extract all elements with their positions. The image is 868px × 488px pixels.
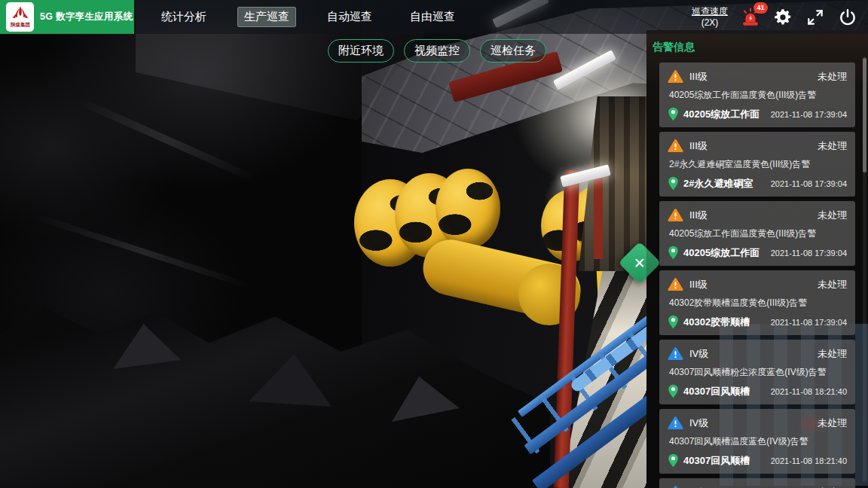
alert-time: 2021-11-08 18:21:40 xyxy=(771,387,847,396)
location-pin-icon xyxy=(668,384,679,398)
alert-status: 未处理 xyxy=(818,209,847,222)
alert-time: 2021-11-08 17:39:04 xyxy=(771,179,847,188)
company-logo: 陕煤集团 xyxy=(6,2,34,32)
alert-card-footer: 2#永久避难硐室 2021-11-08 17:39:04 xyxy=(668,176,847,191)
alert-status: 未处理 xyxy=(818,486,847,488)
warning-triangle-icon xyxy=(668,416,683,430)
nav-tab-3[interactable]: 自动巡查 xyxy=(320,7,379,27)
alert-panel: 告警信息 III级 未处理 40205综放工作面温度黄色(III级)告警 402… xyxy=(646,34,868,488)
alert-panel-title: 告警信息 xyxy=(653,41,695,54)
close-icon: ✕ xyxy=(634,255,646,270)
alert-card[interactable]: IV级 未处理 40307回风顺槽粉尘浓度蓝色(IV级)告警 40307回风顺槽… xyxy=(659,340,855,404)
alert-description: 2#永久避难硐室温度黄色(III级)告警 xyxy=(669,158,847,171)
alert-level: IV级 xyxy=(689,416,708,430)
scene-button-2[interactable]: 视频监控 xyxy=(404,39,470,63)
alert-card[interactable]: III级 未处理 40205综放工作面温度黄色(III级)告警 40205综放工… xyxy=(659,201,855,266)
alert-card-header: III级 未处理 xyxy=(668,208,847,222)
alert-card-footer: 40205综放工作面 2021-11-08 17:39:04 xyxy=(668,107,847,121)
alert-status: 未处理 xyxy=(818,278,847,291)
red-support-post xyxy=(594,175,603,259)
patrol-speed-value: (2X) xyxy=(692,17,728,29)
alert-status: 未处理 xyxy=(818,139,847,153)
brand-block: 陕煤集团 5G 数字孪生应用系统 xyxy=(0,0,134,34)
alert-status: 未处理 xyxy=(818,70,847,84)
alarm-siren-button[interactable]: 41 xyxy=(741,8,760,27)
alert-card-header: IV级 未处理 xyxy=(668,485,847,488)
alert-level: III级 xyxy=(689,278,708,291)
alert-time: 2021-11-08 17:39:04 xyxy=(771,110,847,119)
alert-card-header: III级 未处理 xyxy=(668,139,847,153)
alert-card-footer: 40205综放工作面 2021-11-08 17:39:04 xyxy=(668,246,847,260)
alert-location: 40205综放工作面 xyxy=(683,108,760,121)
alert-card-header: IV级 未处理 xyxy=(668,346,847,361)
flame-logo-icon xyxy=(11,4,29,22)
alert-description: 40302胶带顺槽温度黄色(III级)告警 xyxy=(669,297,847,310)
expand-icon xyxy=(805,8,825,27)
warning-triangle-icon xyxy=(668,346,683,361)
alert-level: III级 xyxy=(689,139,708,153)
alert-status: 未处理 xyxy=(818,416,847,430)
alert-level: IV级 xyxy=(689,347,708,361)
alert-location: 40307回风顺槽 xyxy=(683,454,750,468)
alert-level: III级 xyxy=(689,70,708,84)
alert-card[interactable]: III级 未处理 2#永久避难硐室温度黄色(III级)告警 2#永久避难硐室 2… xyxy=(659,132,855,197)
alert-status: 未处理 xyxy=(818,347,847,361)
nav-tab-4[interactable]: 自由巡查 xyxy=(403,7,462,27)
shearer-drum xyxy=(436,169,500,249)
alert-card[interactable]: III级 未处理 40302胶带顺槽温度黄色(III级)告警 40302胶带顺槽… xyxy=(659,270,855,335)
alert-description: 40205综放工作面温度黄色(III级)告警 xyxy=(669,227,847,240)
power-icon xyxy=(838,8,857,27)
topbar-controls: 巡查速度 (2X) 41 xyxy=(692,6,868,29)
warning-triangle-icon xyxy=(668,485,683,488)
gear-icon xyxy=(773,8,793,27)
alert-time: 2021-11-08 17:39:04 xyxy=(771,318,847,327)
top-bar: 陕煤集团 5G 数字孪生应用系统 统计分析生产巡查自动巡查自由巡查 巡查速度 (… xyxy=(0,0,868,34)
alert-card[interactable]: IV级 未处理 40307回风顺槽温度蓝色(IV级)告警 40307回风顺槽 2… xyxy=(659,409,855,474)
scene-button-3[interactable]: 巡检任务 xyxy=(480,39,546,63)
scene-action-buttons: 附近环境视频监控巡检任务 xyxy=(328,39,546,63)
settings-button[interactable] xyxy=(773,8,793,27)
alert-card-header: IV级 未处理 xyxy=(668,416,847,430)
alert-description: 40307回风顺槽粉尘浓度蓝色(IV级)告警 xyxy=(669,366,847,379)
nav-tabs: 统计分析生产巡查自动巡查自由巡查 xyxy=(154,7,462,27)
alert-card-header: III级 未处理 xyxy=(668,69,847,84)
alert-card-header: III级 未处理 xyxy=(668,277,847,291)
alert-location: 2#永久避难硐室 xyxy=(683,177,753,191)
app-title: 5G 数字孪生应用系统 xyxy=(40,11,133,23)
nav-tab-2[interactable]: 生产巡查 xyxy=(237,7,296,27)
alert-time: 2021-11-08 17:39:04 xyxy=(771,249,847,258)
patrol-speed-label: 巡查速度 xyxy=(692,6,728,17)
alert-time: 2021-11-08 18:21:40 xyxy=(771,456,847,465)
power-button[interactable] xyxy=(838,8,857,27)
nav-tab-1[interactable]: 统计分析 xyxy=(154,7,213,27)
alert-card-list: III级 未处理 40205综放工作面温度黄色(III级)告警 40205综放工… xyxy=(659,63,855,488)
alert-level: III级 xyxy=(689,209,708,222)
scene-button-1[interactable]: 附近环境 xyxy=(328,39,394,63)
panel-scrollbar-thumb[interactable] xyxy=(863,58,866,172)
alarm-count-badge: 41 xyxy=(753,2,768,14)
patrol-speed-button[interactable]: 巡查速度 (2X) xyxy=(692,6,728,29)
alert-card-footer: 40307回风顺槽 2021-11-08 18:21:40 xyxy=(668,453,847,468)
warning-triangle-icon xyxy=(668,208,683,222)
alert-location: 40307回风顺槽 xyxy=(683,385,750,398)
alert-location: 40205综放工作面 xyxy=(683,246,760,260)
location-pin-icon xyxy=(668,107,679,121)
fullscreen-button[interactable] xyxy=(805,8,825,27)
alert-level: IV级 xyxy=(689,486,708,488)
warning-triangle-icon xyxy=(668,69,683,84)
alert-description: 40307回风顺槽温度蓝色(IV级)告警 xyxy=(669,435,847,448)
warning-triangle-icon xyxy=(668,277,683,291)
logo-company-name: 陕煤集团 xyxy=(11,22,30,26)
alert-card-footer: 40302胶带顺槽 2021-11-08 17:39:04 xyxy=(668,315,847,329)
alert-location: 40302胶带顺槽 xyxy=(683,316,750,329)
alert-card[interactable]: III级 未处理 40205综放工作面温度黄色(III级)告警 40205综放工… xyxy=(659,63,855,127)
alert-card-footer: 40307回风顺槽 2021-11-08 18:21:40 xyxy=(668,384,847,398)
location-pin-icon xyxy=(668,453,679,468)
alert-card[interactable]: IV级 未处理 xyxy=(659,478,855,488)
warning-triangle-icon xyxy=(668,139,683,153)
location-pin-icon xyxy=(668,315,679,329)
location-pin-icon xyxy=(668,246,679,260)
location-pin-icon xyxy=(668,176,679,191)
alert-description: 40205综放工作面温度黄色(III级)告警 xyxy=(669,89,847,102)
